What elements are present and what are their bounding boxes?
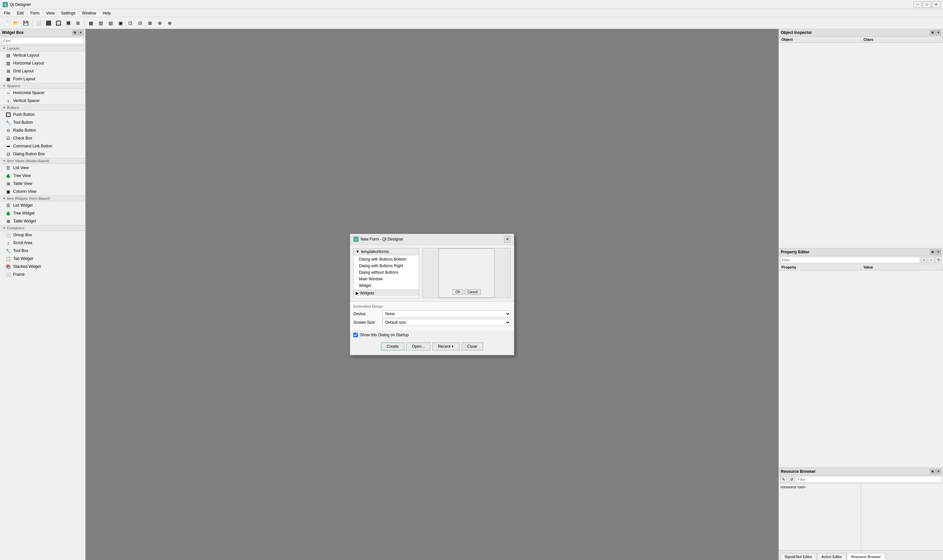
section-buttons[interactable]: ▼ Buttons xyxy=(0,105,85,111)
modal-close-button[interactable]: ✕ xyxy=(504,236,511,243)
menu-edit[interactable]: Edit xyxy=(14,10,26,16)
toolbar-btn-8[interactable]: ⊞ xyxy=(73,18,83,28)
widget-column-view[interactable]: ▣ Column View xyxy=(0,188,85,195)
widget-check-box[interactable]: ☑ Check Box xyxy=(0,134,85,142)
widget-stacked-widget[interactable]: 📚 Stacked Widget xyxy=(0,263,85,271)
object-inspector-close[interactable]: ✕ xyxy=(936,30,941,35)
toolbar-btn-11[interactable]: ▤ xyxy=(106,18,115,28)
menu-help[interactable]: Help xyxy=(100,10,114,16)
widget-horizontal-spacer[interactable]: ↔ Horizontal Spacer xyxy=(0,89,85,97)
widget-horizontal-layout[interactable]: ▥ Horizontal Layout xyxy=(0,59,85,67)
object-inspector-float[interactable]: ⧉ xyxy=(930,30,935,35)
widget-tree-view[interactable]: 🌲 Tree View xyxy=(0,172,85,180)
section-containers-arrow: ▼ xyxy=(3,226,6,230)
widget-tool-button[interactable]: 🔧 Tool Button xyxy=(0,118,85,126)
modal-title: New Form - Qt Designer xyxy=(361,237,403,242)
open-button[interactable]: Open... xyxy=(406,343,431,351)
toolbar-btn-7[interactable]: 🔳 xyxy=(63,18,73,28)
property-filter-input[interactable] xyxy=(780,257,920,263)
widget-scroll-area[interactable]: ↕ Scroll Area xyxy=(0,239,85,247)
screen-size-select[interactable]: Default size xyxy=(382,319,511,326)
template-item-dialog-buttons-right[interactable]: Dialog with Buttons Right xyxy=(354,263,419,269)
property-remove-button[interactable]: − xyxy=(928,257,934,263)
property-edit-button[interactable]: ✎ xyxy=(935,257,942,263)
property-editor-close[interactable]: ✕ xyxy=(936,249,941,255)
section-spacers[interactable]: ▼ Spacers xyxy=(0,83,85,89)
toolbar-btn-14[interactable]: ⊟ xyxy=(135,18,145,28)
menu-form[interactable]: Form xyxy=(28,10,42,16)
menu-file[interactable]: File xyxy=(1,10,13,16)
toolbar-new[interactable]: 📄 xyxy=(1,18,11,28)
startup-checkbox[interactable] xyxy=(353,333,358,337)
widget-push-button[interactable]: 🔲 Push Button xyxy=(0,111,85,118)
widget-table-view[interactable]: ⊞ Table View xyxy=(0,180,85,188)
resource-browser-close[interactable]: ✕ xyxy=(936,469,941,474)
list-view-icon: ☰ xyxy=(5,165,11,171)
menu-view[interactable]: View xyxy=(43,10,57,16)
object-col-header: Object xyxy=(779,37,861,42)
widget-tab-widget[interactable]: 📋 Tab Widget xyxy=(0,255,85,263)
widget-tree-widget[interactable]: 🌲 Tree Widget xyxy=(0,209,85,217)
toolbar-btn-16[interactable]: ⊗ xyxy=(155,18,165,28)
toolbar-btn-13[interactable]: ⊡ xyxy=(126,18,135,28)
template-item-dialog-buttons-bottom[interactable]: Dialog with Buttons Bottom xyxy=(354,256,419,263)
template-item-widget[interactable]: Widget xyxy=(354,282,419,289)
template-item-dialog-without-buttons[interactable]: Dialog without Buttons xyxy=(354,269,419,276)
tab-action-editor[interactable]: Action Editor xyxy=(817,553,846,560)
widget-form-layout[interactable]: ▦ Form Layout xyxy=(0,75,85,83)
toolbar-save[interactable]: 💾 xyxy=(21,18,30,28)
menu-window[interactable]: Window xyxy=(79,10,99,16)
widget-radio-button[interactable]: ⊙ Radio Button xyxy=(0,126,85,134)
widget-box-float[interactable]: ⧉ xyxy=(72,30,77,35)
resource-filter-input[interactable] xyxy=(796,476,942,483)
widget-tool-box[interactable]: 🔧 Tool Box xyxy=(0,247,85,255)
widget-grid-layout[interactable]: ⊞ Grid Layout xyxy=(0,67,85,75)
value-col-header: Value xyxy=(861,264,943,270)
property-add-button[interactable]: + xyxy=(921,257,927,263)
resource-edit-button[interactable]: ✎ xyxy=(780,476,787,483)
widget-table-widget[interactable]: ⊞ Table Widget xyxy=(0,217,85,225)
template-dropdown[interactable]: ▼ templates\forms xyxy=(354,248,419,255)
property-editor-float[interactable]: ⧉ xyxy=(930,249,935,255)
toolbar-btn-10[interactable]: ▥ xyxy=(96,18,105,28)
widget-frame[interactable]: ⬜ Frame xyxy=(0,271,85,278)
widget-group-box[interactable]: ⬜ Group Box xyxy=(0,231,85,239)
device-select[interactable]: None xyxy=(382,310,511,317)
stacked-widget-icon: 📚 xyxy=(5,263,11,269)
menu-settings[interactable]: Settings xyxy=(58,10,78,16)
widget-vertical-spacer[interactable]: ↕ Vertical Spacer xyxy=(0,97,85,105)
widget-dialog-button-box[interactable]: ⊡ Dialog Button Box xyxy=(0,150,85,158)
toolbar-btn-15[interactable]: ⊠ xyxy=(145,18,155,28)
create-button[interactable]: Create xyxy=(381,343,404,351)
close-dialog-button[interactable]: Close xyxy=(462,343,483,351)
resource-refresh-button[interactable]: ↺ xyxy=(788,476,795,483)
widget-list-widget[interactable]: ☰ List Widget xyxy=(0,202,85,209)
resource-browser-float[interactable]: ⧉ xyxy=(930,469,935,474)
toolbar-btn-4[interactable]: ⬜ xyxy=(34,18,43,28)
section-item-widgets[interactable]: ▼ Item Widgets (Item-Based) xyxy=(0,195,85,202)
property-editor: Property Editor ⧉ ✕ + − ✎ Property Value xyxy=(779,248,943,468)
template-item-main-window[interactable]: Main Window xyxy=(354,276,419,282)
tab-resource-browser[interactable]: Resource Browser xyxy=(847,553,885,560)
maximize-button[interactable]: □ xyxy=(923,1,931,8)
startup-checkbox-row: Show this Dialog on Startup xyxy=(353,333,511,337)
toolbar-btn-6[interactable]: 🔲 xyxy=(54,18,63,28)
toolbar-btn-5[interactable]: ⬛ xyxy=(44,18,53,28)
section-item-views[interactable]: ▼ Item Views (Model-Based) xyxy=(0,158,85,164)
widget-box-close[interactable]: ✕ xyxy=(78,30,83,35)
tab-signal-slot-editor[interactable]: Signal/Slot Editor xyxy=(780,553,816,560)
section-containers[interactable]: ▼ Containers xyxy=(0,225,85,231)
widget-list-view[interactable]: ☰ List View xyxy=(0,164,85,172)
toolbar-btn-12[interactable]: ▣ xyxy=(116,18,125,28)
widgets-dropdown[interactable]: ▶ Widgets xyxy=(354,289,419,297)
toolbar-btn-9[interactable]: ▦ xyxy=(86,18,95,28)
toolbar-btn-17[interactable]: ⊕ xyxy=(165,18,174,28)
widget-vertical-layout[interactable]: ▤ Vertical Layout xyxy=(0,51,85,59)
minimize-button[interactable]: ─ xyxy=(914,1,922,8)
widget-command-link-button[interactable]: ➡ Command Link Button xyxy=(0,142,85,150)
widget-box-filter-input[interactable] xyxy=(1,37,84,44)
close-button[interactable]: ✕ xyxy=(932,1,940,8)
toolbar-open[interactable]: 📂 xyxy=(11,18,20,28)
section-layouts[interactable]: ▼ Layouts xyxy=(0,45,85,51)
recent-button[interactable]: Recent ▼ xyxy=(432,343,460,351)
